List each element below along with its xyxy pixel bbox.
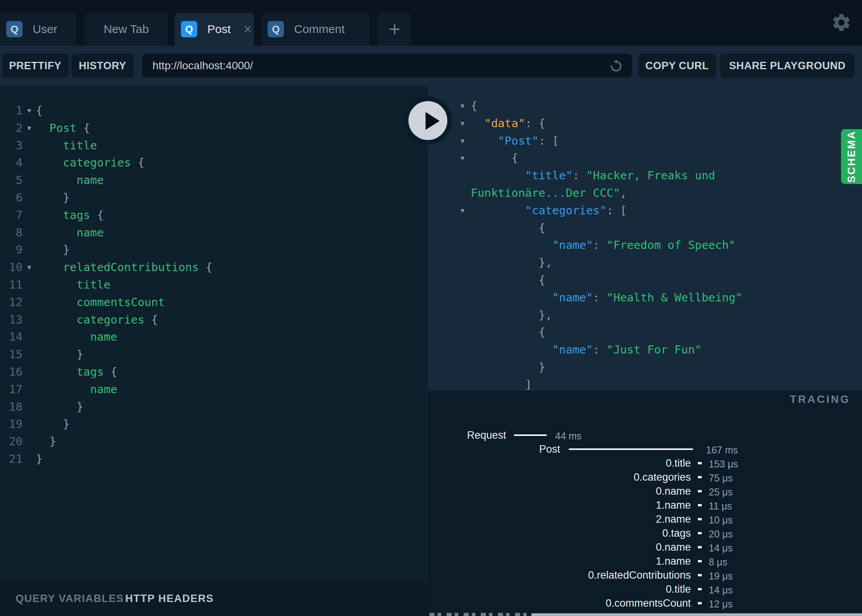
editor-line: 12 commentsCount: [0, 294, 428, 311]
query-editor[interactable]: 1▾{2▾ Post {3 title4 categories {5 name6…: [0, 86, 428, 582]
code-text: "title": "Hacker, Freaks und: [471, 167, 715, 184]
fold-arrow-icon[interactable]: ▾: [456, 149, 469, 167]
token: "Just For Fun": [606, 343, 701, 356]
tracing-row: 0.title14 μs: [428, 583, 862, 595]
fold-arrow-icon[interactable]: ▾: [456, 97, 469, 115]
fold-arrow-icon[interactable]: ▾: [23, 119, 36, 137]
code-text: relatedContributions {: [36, 259, 212, 276]
tracing-row: 0.name14 μs: [428, 541, 862, 553]
token: {: [471, 221, 545, 234]
line-number: 17: [0, 381, 23, 398]
code-text: title: [36, 276, 110, 294]
code-text: {: [471, 271, 545, 289]
fold-spacer: [23, 363, 36, 381]
fold-spacer: [23, 154, 36, 172]
response-line: "name": "Health & Wellbeing": [428, 289, 862, 306]
http-headers-tab[interactable]: HTTP HEADERS: [125, 593, 214, 605]
fold-arrow-icon[interactable]: ▾: [23, 259, 36, 276]
response-line: ▾ "categories": [: [428, 202, 862, 219]
token: },: [471, 256, 552, 269]
tracing-row-label: 0.commentsCount: [606, 597, 691, 609]
tracing-row: 0.commentsCount12 μs: [428, 597, 862, 609]
tab-comment[interactable]: QComment: [261, 13, 370, 46]
response-gutter: [428, 167, 471, 184]
tracing-row: 0.tags20 μs: [428, 527, 862, 539]
token: Funktionäre...Der CCC": [471, 186, 620, 200]
editor-line: 4 categories {: [0, 154, 428, 172]
code-text: commentsCount: [36, 294, 165, 311]
fold-spacer: [23, 189, 36, 206]
reload-schema-icon[interactable]: [609, 59, 624, 74]
tracing-row-value: 20 μs: [709, 528, 733, 540]
new-tab-button[interactable]: +: [378, 13, 411, 46]
token: commentsCount: [36, 296, 165, 309]
line-number: 13: [0, 311, 23, 329]
tab-new-tab[interactable]: New Tab: [85, 13, 168, 46]
prettify-button[interactable]: PRETTIFY: [2, 54, 68, 78]
code-text: title: [36, 137, 97, 154]
fold-spacer: [23, 137, 36, 154]
line-number: 19: [0, 415, 23, 433]
history-button[interactable]: HISTORY: [72, 54, 133, 78]
response-line: },: [428, 306, 862, 324]
response-gutter: ▾: [428, 202, 471, 219]
response-line: "name": "Freedom of Speech": [428, 236, 862, 254]
settings-button[interactable]: [831, 12, 852, 33]
editor-footer-bar: QUERY VARIABLES HTTP HEADERS: [0, 582, 428, 616]
tracing-title[interactable]: TRACING: [790, 393, 850, 406]
close-tab-icon[interactable]: ✕: [243, 23, 252, 36]
fold-arrow-icon[interactable]: ▾: [23, 102, 36, 119]
execute-query-button[interactable]: [404, 96, 452, 145]
tracing-row-label: 1.name: [656, 499, 691, 511]
tracing-duration-dot: [698, 504, 702, 506]
tab-user[interactable]: QUser: [0, 13, 76, 46]
line-number: 14: [0, 328, 23, 346]
tab-label: Comment: [294, 23, 345, 36]
code-text: "data": {: [471, 115, 545, 132]
horizontal-scrollbar[interactable]: [531, 613, 862, 616]
line-number: 21: [0, 450, 23, 468]
tracing-row-value: 10 μs: [709, 514, 733, 526]
tracing-row-value: 167 ms: [706, 444, 738, 456]
code-text: tags {: [36, 206, 104, 224]
line-number: 18: [0, 398, 23, 416]
tracing-panel: TRACING Request44 msPost167 ms0.title153…: [428, 391, 862, 616]
tracing-duration-bar: [514, 434, 547, 436]
editor-line: 19 }: [0, 415, 428, 433]
fold-spacer: [23, 433, 36, 450]
code-text: name: [36, 172, 104, 189]
tracing-row-label: 1.name: [656, 555, 691, 567]
editor-line: 15 }: [0, 346, 428, 363]
response-line: Funktionäre...Der CCC",: [428, 184, 862, 202]
code-text: tags {: [36, 363, 117, 381]
token: "categories": [525, 204, 607, 217]
code-text: }: [471, 359, 545, 376]
code-text: }: [36, 415, 70, 433]
editor-line: 9 }: [0, 241, 428, 259]
copy-curl-button[interactable]: COPY CURL: [638, 54, 716, 78]
token: [471, 169, 525, 182]
token: :: [573, 169, 586, 182]
fold-spacer: [23, 398, 36, 416]
line-number: 16: [0, 363, 23, 381]
query-variables-tab[interactable]: QUERY VARIABLES: [16, 593, 124, 605]
fold-arrow-icon[interactable]: ▾: [456, 202, 469, 219]
tab-post[interactable]: QPost✕: [175, 13, 254, 46]
editor-line: 2▾ Post {: [0, 119, 428, 137]
fold-arrow-icon[interactable]: ▾: [456, 132, 469, 150]
token: "title": [525, 169, 573, 182]
code-text: name: [36, 328, 117, 346]
tracing-row-value: 19 μs: [709, 570, 733, 582]
response-line: ▾ "Post": [: [428, 132, 862, 150]
fold-spacer: [23, 381, 36, 398]
endpoint-url-input[interactable]: [142, 54, 632, 78]
token: categories: [36, 313, 144, 326]
token: tags: [36, 208, 90, 222]
query-badge: Q: [181, 21, 197, 37]
token: }: [471, 360, 545, 374]
fold-arrow-icon[interactable]: ▾: [456, 115, 469, 132]
share-playground-button[interactable]: SHARE PLAYGROUND: [720, 54, 854, 78]
editor-line: 3 title: [0, 137, 428, 154]
code-text: "name": "Freedom of Speech": [471, 236, 736, 254]
schema-side-tab[interactable]: SCHEMA: [841, 129, 862, 184]
